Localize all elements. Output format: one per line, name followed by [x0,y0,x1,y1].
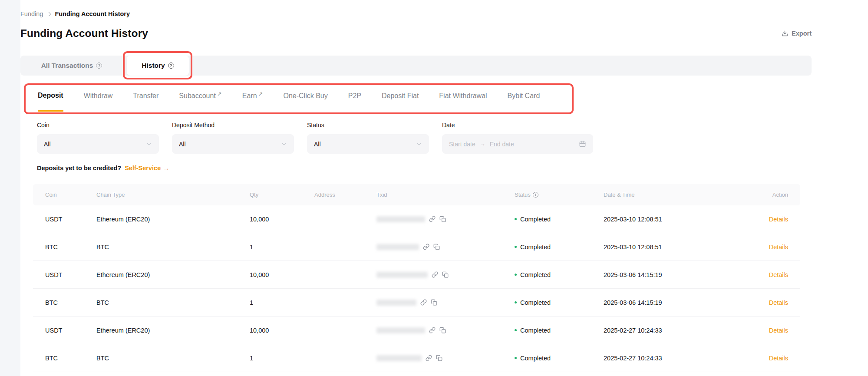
cell-qty: 10,000 [250,216,314,223]
txid-copy-icon[interactable] [439,216,446,222]
deposit-method-select[interactable]: All [172,134,294,154]
page-title: Funding Account History [20,27,148,40]
cell-chain-type: BTC [96,299,250,306]
status-dot [515,274,517,276]
range-arrow-icon: → [480,141,485,147]
subtab-p2p-label: P2P [348,81,361,111]
filter-date: Date Start date → End date [442,122,593,154]
subtab-subaccount[interactable]: Subaccount ↗ [179,81,221,111]
txid-copy-icon[interactable] [433,244,440,250]
txid-link-icon[interactable] [432,271,438,278]
cell-chain-type: BTC [96,244,250,251]
cell-datetime: 2025-02-27 10:24:33 [604,327,725,334]
table-row: USDT Ethereum (ERC20) 10,000 Completed 2… [33,317,800,344]
details-link[interactable]: Details [769,216,788,223]
filter-status: Status All [307,122,429,154]
tab-history[interactable]: History [127,56,189,76]
chevron-down-icon [146,141,152,147]
end-date-input[interactable]: End date [490,141,574,148]
cell-coin: BTC [45,299,96,306]
cell-status: Completed [515,216,604,223]
details-link[interactable]: Details [769,299,788,306]
chevron-right-icon [47,12,51,16]
title-row: Funding Account History Export [20,26,812,41]
table-header-row: Coin Chain Type Qty Address Txid Status … [33,184,800,205]
cell-chain-type: BTC [96,355,250,362]
details-link[interactable]: Details [769,355,788,362]
external-link-icon: ↗ [258,79,263,109]
txid-link-icon[interactable] [426,355,432,361]
subtab-withdraw[interactable]: Withdraw [84,81,113,111]
subtab-one-click-buy[interactable]: One-Click Buy [283,81,327,111]
subtab-earn[interactable]: Earn ↗ [242,81,263,111]
cell-coin: BTC [45,244,96,251]
status-filter-label: Status [307,122,429,129]
breadcrumb-funding[interactable]: Funding [20,10,43,17]
coin-filter-label: Coin [37,122,159,129]
self-service-label: Self-Service [125,165,161,172]
details-link[interactable]: Details [769,244,788,251]
funding-account-history-page: Funding Funding Account History Funding … [20,0,812,376]
cell-txid [376,244,515,250]
export-label: Export [792,30,812,37]
cell-datetime: 2025-03-10 12:08:51 [604,244,725,251]
question-circle-icon [96,63,102,69]
subtab-fiat-withdrawal[interactable]: Fiat Withdrawal [439,81,487,111]
subtab-bybit-card[interactable]: Bybit Card [508,81,540,111]
status-dot [515,357,517,359]
breadcrumb-current: Funding Account History [55,10,130,17]
subtab-bybit-card-label: Bybit Card [508,81,540,111]
subtab-subaccount-label: Subaccount [179,81,216,111]
txid-link-icon[interactable] [423,244,429,250]
status-dot [515,329,517,331]
notice-text: Deposits yet to be credited? [37,165,121,172]
date-range-picker[interactable]: Start date → End date [442,134,593,154]
status-dot [515,218,517,220]
subtab-deposit-fiat-label: Deposit Fiat [382,81,419,111]
cell-chain-type: Ethereum (ERC20) [96,327,250,334]
txid-copy-icon[interactable] [436,355,442,361]
txid-copy-icon[interactable] [439,327,446,333]
pending-deposit-notice: Deposits yet to be credited? Self-Servic… [20,164,812,172]
table-row: BTC BTC 1 Completed 2025-03-06 14:15:19 … [33,289,800,317]
subtab-deposit-fiat[interactable]: Deposit Fiat [382,81,419,111]
details-link[interactable]: Details [769,271,788,278]
chevron-down-icon [281,141,287,147]
details-link[interactable]: Details [769,327,788,334]
status-text: Completed [520,216,551,223]
main-tabs: All Transactions History [20,56,812,76]
txid-redacted [376,244,419,250]
calendar-icon[interactable] [579,140,586,148]
subtab-deposit[interactable]: Deposit [38,81,63,112]
filter-deposit-method: Deposit Method All [172,122,294,154]
subtab-withdraw-label: Withdraw [84,81,113,111]
cell-qty: 10,000 [250,327,314,334]
cell-qty: 1 [250,299,314,306]
status-text: Completed [520,327,551,334]
col-header-address: Address [314,191,376,198]
status-select[interactable]: All [307,134,429,154]
status-text: Completed [520,244,551,251]
status-select-value: All [314,141,321,148]
export-button[interactable]: Export [781,30,812,37]
start-date-input[interactable]: Start date [449,141,475,148]
txid-link-icon[interactable] [429,327,436,333]
question-circle-icon [168,63,174,69]
txid-link-icon[interactable] [420,299,427,306]
coin-select[interactable]: All [37,134,159,154]
tab-all-transactions[interactable]: All Transactions [20,56,123,76]
txid-copy-icon[interactable] [431,299,437,306]
txid-link-icon[interactable] [429,216,436,222]
txid-redacted [376,327,425,333]
cell-txid [376,355,515,361]
col-header-qty: Qty [250,191,314,198]
subtab-transfer[interactable]: Transfer [133,81,158,111]
deposit-method-filter-label: Deposit Method [172,122,294,129]
self-service-link[interactable]: Self-Service → [125,165,169,172]
subtab-one-click-buy-label: One-Click Buy [283,81,327,111]
cell-txid [376,271,515,278]
txid-copy-icon[interactable] [442,271,449,278]
table-row: BTC BTC 1 Completed 2025-03-10 12:08:51 … [33,233,800,261]
col-header-chain-type: Chain Type [96,191,250,198]
subtab-p2p[interactable]: P2P [348,81,361,111]
